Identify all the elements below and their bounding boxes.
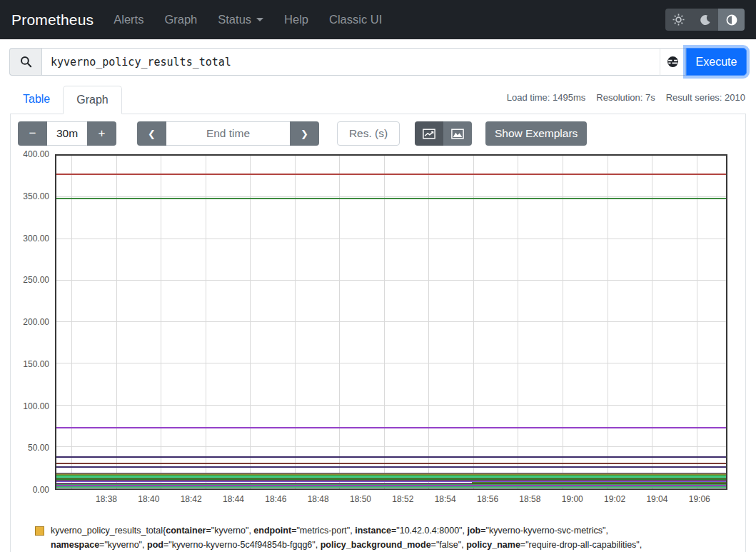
series-line — [56, 174, 726, 175]
query-input-group — [9, 48, 686, 76]
stacked-chart-button[interactable] — [443, 121, 472, 146]
v-gridline — [384, 156, 385, 488]
resolution-input[interactable] — [337, 121, 400, 146]
x-tick-label: 19:04 — [646, 494, 667, 504]
legend-line: namespace="kyverno", pod="kyverno-kyvern… — [51, 538, 735, 552]
load-time: Load time: 1495ms — [507, 92, 586, 103]
dark-theme-button[interactable] — [692, 9, 718, 31]
metrics-explorer-addon[interactable] — [660, 48, 686, 76]
plot-area[interactable] — [55, 154, 727, 490]
v-gridline — [473, 156, 474, 488]
query-expression-input[interactable] — [41, 48, 660, 76]
nav-status-dropdown[interactable]: Status — [218, 13, 263, 26]
graph-area: 0.0050.00100.00150.00200.00250.00300.003… — [18, 154, 738, 508]
tab-graph[interactable]: Graph — [63, 86, 121, 114]
v-gridline — [339, 156, 340, 488]
search-icon — [20, 56, 32, 68]
legend: kyverno_policy_results_total{container="… — [35, 523, 735, 552]
series-line — [56, 198, 726, 199]
series-line — [56, 427, 726, 428]
v-gridline — [295, 156, 296, 488]
resolution: Resolution: 7s — [596, 92, 655, 103]
y-axis-labels: 0.0050.00100.00150.00200.00250.00300.003… — [18, 154, 49, 490]
v-gridline — [608, 156, 608, 488]
v-gridline — [652, 156, 652, 488]
x-tick-label: 19:00 — [562, 494, 583, 504]
line-chart-button[interactable] — [415, 121, 443, 146]
x-tick-label: 18:58 — [519, 494, 540, 504]
x-tick-label: 18:42 — [181, 494, 202, 504]
query-bar: Execute — [0, 39, 756, 83]
end-time-input[interactable] — [166, 121, 290, 146]
light-theme-button[interactable] — [665, 9, 692, 31]
nav-graph[interactable]: Graph — [164, 13, 197, 26]
y-tick-label: 150.00 — [23, 359, 49, 369]
moon-icon — [700, 14, 711, 26]
half-circle-contrast-icon — [726, 14, 737, 26]
show-exemplars-button[interactable]: Show Exemplars — [485, 121, 587, 146]
increase-range-button[interactable]: + — [87, 121, 116, 146]
theme-toggle — [665, 9, 745, 31]
globe-icon — [667, 56, 679, 68]
back-time-button[interactable]: ❮ — [137, 121, 166, 146]
x-tick-label: 18:44 — [223, 494, 244, 504]
h-gridline — [56, 405, 726, 406]
x-tick-label: 19:02 — [604, 494, 625, 504]
tabs-row: Table Graph Load time: 1495ms Resolution… — [0, 83, 756, 114]
series-line — [56, 486, 726, 488]
chevron-down-icon — [256, 18, 263, 21]
forward-time-button[interactable]: ❯ — [290, 121, 319, 146]
h-gridline — [56, 239, 726, 239]
v-gridline — [161, 156, 161, 488]
x-tick-label: 19:06 — [689, 494, 710, 504]
x-tick-label: 18:46 — [265, 494, 286, 504]
nav-help[interactable]: Help — [284, 13, 308, 26]
sun-icon — [672, 14, 685, 26]
y-tick-label: 0.00 — [33, 485, 49, 495]
range-input[interactable] — [47, 121, 87, 146]
series-line — [56, 463, 726, 464]
nav-status-label: Status — [218, 13, 251, 26]
area-chart-icon — [451, 129, 464, 139]
legend-text[interactable]: kyverno_policy_results_total{container="… — [51, 523, 735, 552]
execute-button[interactable]: Execute — [686, 48, 747, 76]
decrease-range-button[interactable]: − — [18, 121, 47, 146]
result-series: Result series: 2010 — [666, 92, 745, 103]
series-line — [56, 456, 726, 458]
nav-alerts[interactable]: Alerts — [114, 13, 143, 26]
x-tick-label: 18:54 — [435, 494, 456, 504]
nav-classic-ui[interactable]: Classic UI — [329, 13, 382, 26]
x-tick-label: 18:48 — [308, 494, 329, 504]
v-gridline — [71, 156, 72, 488]
v-gridline — [563, 156, 563, 488]
x-tick-label: 18:52 — [392, 494, 413, 504]
x-tick-label: 18:50 — [350, 494, 371, 504]
v-gridline — [428, 156, 429, 488]
tab-table[interactable]: Table — [10, 86, 63, 114]
v-gridline — [697, 156, 697, 488]
v-gridline — [518, 156, 518, 488]
h-gridline — [56, 321, 726, 322]
v-gridline — [206, 156, 206, 488]
navbar: Prometheus Alerts Graph Status Help Clas… — [0, 0, 756, 39]
search-addon — [9, 48, 41, 76]
graph-panel: − + ❮ ❯ — [10, 114, 746, 552]
legend-color-swatch[interactable] — [35, 526, 44, 536]
brand-prometheus[interactable]: Prometheus — [11, 11, 94, 29]
line-chart-icon — [423, 129, 435, 139]
query-stats: Load time: 1495ms Resolution: 7s Result … — [507, 92, 745, 103]
auto-theme-button[interactable] — [718, 9, 745, 31]
end-time-group: ❮ ❯ — [137, 121, 319, 146]
y-tick-label: 350.00 — [23, 191, 49, 201]
legend-line: kyverno_policy_results_total{container="… — [51, 523, 735, 538]
y-tick-label: 300.00 — [23, 234, 49, 244]
y-tick-label: 400.00 — [23, 149, 49, 159]
chart-type-toggle — [415, 121, 472, 146]
duration-group: − + — [18, 121, 116, 146]
x-axis-labels: 18:3818:4018:4218:4418:4618:4818:5018:52… — [92, 493, 727, 508]
graph-toolbar: − + ❮ ❯ — [18, 121, 738, 146]
x-tick-label: 18:56 — [477, 494, 498, 504]
v-gridline — [250, 156, 251, 488]
y-tick-label: 200.00 — [23, 317, 49, 327]
x-tick-label: 18:38 — [96, 494, 117, 504]
